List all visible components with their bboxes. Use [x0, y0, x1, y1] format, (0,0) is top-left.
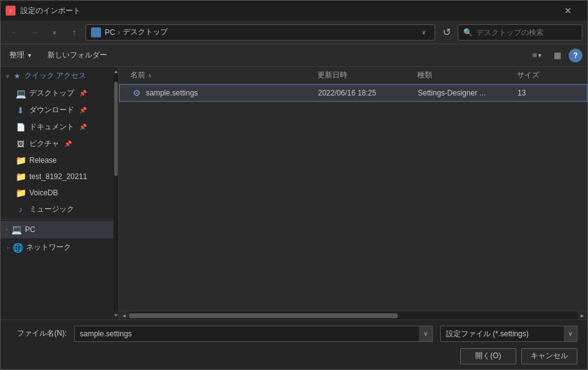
sidebar-item-release[interactable]: 📁 Release: [1, 152, 113, 168]
star-icon: ★: [14, 72, 21, 80]
address-desktop[interactable]: デスクトップ: [123, 27, 168, 37]
pin-icon: 📌: [79, 90, 87, 97]
scroll-track: [113, 75, 118, 311]
quick-access-label: クイック アクセス: [24, 71, 86, 81]
filename-label: ファイル名(N):: [11, 328, 67, 339]
sidebar-item-music[interactable]: ♪ ミュージック: [1, 201, 113, 218]
scroll-right-button[interactable]: ►: [577, 311, 587, 320]
quick-access-header[interactable]: ∨ ★ クイック アクセス: [1, 67, 113, 85]
download-icon: ⬇: [16, 105, 26, 115]
dropdown-nav-button[interactable]: ∨: [46, 24, 63, 41]
pin-icon-pic: 📌: [64, 140, 72, 147]
file-size-cell: 13: [518, 89, 582, 97]
main-content: ∨ ★ クイック アクセス 💻 デスクトップ 📌 ⬇ ダウンロード: [1, 67, 587, 319]
title-bar: ♪ 設定のインポート ✕: [1, 1, 587, 21]
file-list-header: 名前 ∧ 更新日時 種類 サイズ: [119, 67, 587, 84]
desktop-icon: 💻: [16, 89, 26, 99]
pane-button[interactable]: ▦: [549, 47, 566, 64]
dialog-title: 設定のインポート: [21, 6, 554, 16]
music-icon: ♪: [16, 205, 26, 215]
filename-dropdown-button[interactable]: ∨: [419, 326, 433, 342]
pc-expand-icon: ›: [6, 226, 7, 233]
scroll-left-button[interactable]: ◄: [119, 311, 129, 320]
svg-rect-0: [92, 31, 100, 36]
network-icon: 🌐: [12, 243, 22, 253]
sidebar-divider: [1, 219, 113, 220]
file-type-cell: Settings-Designer ...: [418, 89, 518, 97]
folder-test-icon: 📁: [16, 172, 26, 182]
address-pc[interactable]: PC: [105, 28, 115, 37]
app-icon: ♪: [6, 6, 16, 16]
sidebar-item-pc[interactable]: › 💻 PC: [1, 221, 113, 238]
pc-icon: 💻: [11, 225, 21, 235]
forward-button[interactable]: →: [26, 24, 43, 41]
table-row[interactable]: ⚙ sample.settings 2022/06/16 18:25 Setti…: [119, 84, 587, 102]
scroll-down-button[interactable]: ▼: [113, 311, 118, 319]
search-box: 🔍: [458, 24, 582, 41]
sidebar-item-pictures[interactable]: 🖼 ピクチャ 📌: [1, 135, 113, 152]
cancel-button[interactable]: キャンセル: [521, 348, 577, 364]
close-button[interactable]: ✕: [554, 1, 582, 21]
open-button[interactable]: 開く(O): [460, 348, 516, 364]
footer-buttons: 開く(O) キャンセル: [460, 348, 577, 364]
horizontal-scrollbar: ◄ ►: [119, 311, 587, 319]
search-input[interactable]: [476, 28, 577, 37]
navigation-toolbar: ← → ∨ ↑ PC › デスクトップ ∨ ↺ 🔍: [1, 21, 587, 44]
col-header-date[interactable]: 更新日時: [317, 70, 417, 80]
h-scroll-thumb: [129, 313, 398, 318]
sidebar-item-desktop[interactable]: 💻 デスクトップ 📌: [1, 85, 113, 102]
scroll-thumb: [114, 82, 118, 176]
scroll-up-button[interactable]: ▲: [113, 67, 118, 75]
pin-icon-download: 📌: [79, 107, 87, 114]
refresh-button[interactable]: ↺: [438, 24, 455, 41]
filename-input-wrapper: ∨: [74, 326, 433, 342]
location-icon: [91, 27, 101, 37]
filetype-wrapper: 設定ファイル (*.settings) ∨: [440, 326, 577, 342]
file-area: 名前 ∧ 更新日時 種類 サイズ ⚙ s: [119, 67, 587, 319]
footer: ファイル名(N): ∨ 設定ファイル (*.settings) ∨ 開く(O) …: [1, 319, 587, 369]
dialog-window: ♪ 設定のインポート ✕ ← → ∨ ↑ PC › デスクトップ ∨ ↺ 🔍: [0, 0, 588, 370]
organize-button[interactable]: 整理 ▼: [6, 47, 36, 63]
address-dropdown-button[interactable]: ∨: [417, 24, 430, 41]
back-button[interactable]: ←: [6, 24, 23, 41]
sidebar-item-documents[interactable]: 📄 ドキュメント 📌: [1, 119, 113, 135]
buttons-row: 開く(O) キャンセル: [11, 348, 577, 364]
sort-arrow: ∧: [148, 72, 152, 79]
sidebar-item-download[interactable]: ⬇ ダウンロード 📌: [1, 102, 113, 119]
folder-voice-icon: 📁: [16, 188, 26, 198]
file-list-body: ⚙ sample.settings 2022/06/16 18:25 Setti…: [119, 84, 587, 311]
sidebar: ∨ ★ クイック アクセス 💻 デスクトップ 📌 ⬇ ダウンロード: [1, 67, 113, 319]
sidebar-scroll: ∨ ★ クイック アクセス 💻 デスクトップ 📌 ⬇ ダウンロード: [1, 67, 113, 319]
sidebar-scrollbar[interactable]: ▲ ▼: [113, 67, 118, 319]
network-expand-icon: ›: [7, 245, 9, 251]
pictures-icon: 🖼: [16, 139, 26, 149]
h-scroll-track[interactable]: [129, 311, 577, 320]
filetype-select[interactable]: 設定ファイル (*.settings): [440, 326, 577, 342]
col-header-size[interactable]: サイズ: [517, 70, 582, 80]
filename-input[interactable]: [74, 326, 433, 342]
new-folder-button[interactable]: 新しいフォルダー: [44, 47, 111, 63]
action-bar: 整理 ▼ 新しいフォルダー ≡ ▼ ▦ ?: [1, 44, 587, 67]
file-name-cell: ⚙ sample.settings: [131, 87, 318, 99]
up-button[interactable]: ↑: [65, 24, 83, 41]
settings-file-icon: ⚙: [131, 87, 142, 99]
folder-release-icon: 📁: [16, 155, 26, 165]
filename-row: ファイル名(N): ∨ 設定ファイル (*.settings) ∨: [11, 326, 577, 342]
col-header-type[interactable]: 種類: [417, 70, 517, 80]
file-date-cell: 2022/06/16 18:25: [318, 89, 418, 97]
view-dropdown-button[interactable]: ≡ ▼: [529, 47, 546, 64]
view-buttons: ≡ ▼ ▦ ?: [529, 47, 582, 64]
sidebar-item-voicedb[interactable]: 📁 VoiceDB: [1, 185, 113, 201]
address-bar: PC › デスクトップ ∨: [85, 24, 435, 41]
svg-rect-1: [92, 29, 96, 31]
address-path: PC › デスクトップ: [105, 27, 413, 37]
col-header-name[interactable]: 名前 ∧: [130, 70, 317, 80]
sidebar-item-test8192[interactable]: 📁 test_8192_20211: [1, 168, 113, 185]
sidebar-item-network[interactable]: › 🌐 ネットワーク: [1, 238, 113, 256]
quick-access-expand-icon: ∨: [6, 73, 10, 79]
pin-icon-docs: 📌: [79, 124, 87, 130]
help-button[interactable]: ?: [569, 49, 582, 62]
documents-icon: 📄: [16, 122, 26, 132]
search-icon: 🔍: [463, 28, 473, 37]
